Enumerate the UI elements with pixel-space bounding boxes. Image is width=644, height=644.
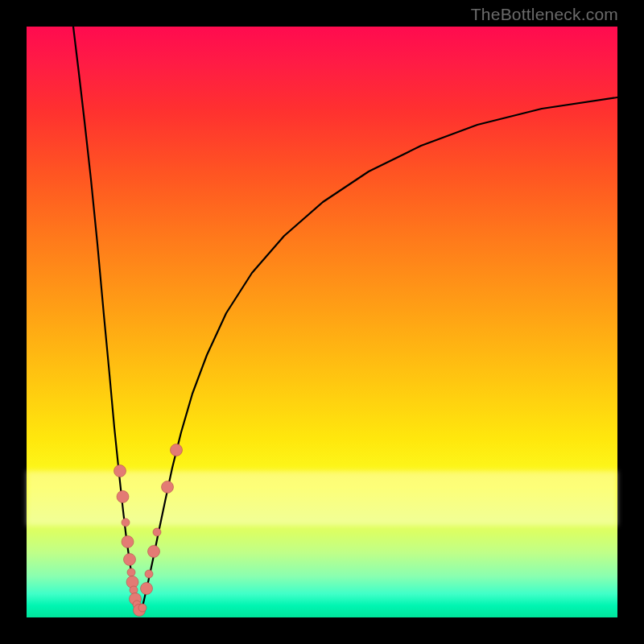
data-marker [141, 583, 153, 595]
data-marker [114, 465, 126, 477]
data-marker [122, 518, 130, 526]
data-marker [145, 570, 153, 578]
data-markers [27, 27, 617, 617]
data-marker [138, 604, 147, 612]
watermark-text: TheBottleneck.com [471, 5, 618, 24]
data-marker [162, 481, 174, 493]
data-marker [122, 536, 134, 548]
data-marker [127, 568, 135, 576]
plot-area [27, 27, 617, 617]
data-marker [171, 444, 183, 456]
chart-frame: TheBottleneck.com [0, 0, 644, 644]
data-marker [153, 528, 161, 536]
data-marker [148, 546, 160, 558]
data-marker [117, 491, 129, 503]
data-marker [124, 554, 136, 566]
